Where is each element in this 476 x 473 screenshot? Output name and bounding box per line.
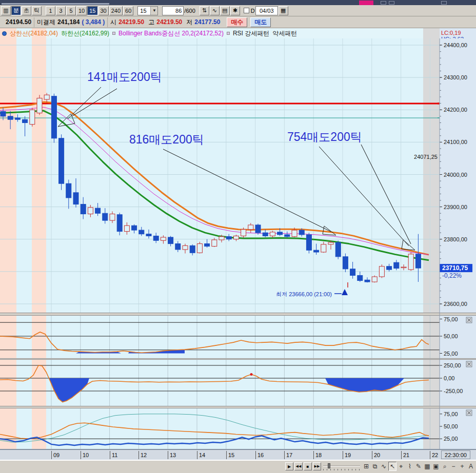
- cursor-icon[interactable]: ↖: [388, 462, 396, 471]
- interval-60-button[interactable]: 60: [123, 6, 133, 15]
- indicator-axis-label: 75,00: [444, 411, 458, 417]
- interval-30-button[interactable]: 30: [98, 6, 109, 15]
- open-interest-change: ( 3,484 ): [82, 18, 105, 26]
- wave-tool-icon[interactable]: ⌇: [406, 462, 414, 471]
- price-axis-label: 23600,00: [444, 301, 467, 307]
- chart-canvas[interactable]: 24400,0024300,0024200,0024100,0024000,00…: [0, 38, 476, 449]
- low-value: 24177.50: [194, 18, 220, 26]
- day-checkbox-label: D: [251, 8, 255, 14]
- bar-max-label: /600: [184, 8, 195, 14]
- stop-button[interactable]: ■: [304, 462, 312, 470]
- chevron-down-icon[interactable]: ▼: [150, 7, 157, 15]
- settings-icon[interactable]: ✱: [230, 6, 240, 15]
- replay-speed-slider[interactable]: [323, 464, 360, 471]
- time-axis: 09 10 11 12 13 14 15 16 17 18 19 20 21 2…: [0, 449, 476, 460]
- price-axis-label: 24300,00: [444, 74, 467, 80]
- interval-3-button[interactable]: 3: [56, 6, 66, 15]
- low-label: 저: [186, 18, 192, 27]
- rewind-button[interactable]: ◀◀: [294, 462, 303, 470]
- hour-tick: 22: [430, 451, 438, 459]
- legend-rsi-bull[interactable]: RSI 강세패턴: [233, 29, 269, 38]
- interval-1-button[interactable]: 1: [46, 6, 55, 15]
- interval-5-button[interactable]: 5: [66, 6, 76, 15]
- hour-tick: 16: [255, 451, 264, 459]
- snapshot-icon[interactable]: ▣: [432, 462, 440, 471]
- legend-bullet-icon: [227, 32, 230, 35]
- bar-count-input[interactable]: 86: [162, 6, 184, 15]
- interval-10-button[interactable]: 10: [76, 6, 87, 15]
- open-interest-cell: 미결제 241,184 ( 3,484 ): [34, 17, 108, 27]
- hour-tick: 17: [284, 451, 292, 459]
- interval-240-button[interactable]: 240: [109, 6, 123, 15]
- interval-select[interactable]: 15 ▼: [137, 6, 158, 15]
- legend-bollinger[interactable]: Bollinger Bands중심선 20,2(24172,52): [118, 29, 224, 38]
- mode-second-button[interactable]: 초: [22, 6, 31, 15]
- session-price-marker: 24071,25: [414, 154, 438, 160]
- chart-type-icon[interactable]: ▥: [1, 6, 11, 15]
- open-value: 24219.50: [118, 18, 144, 26]
- interval-15-button[interactable]: 15: [87, 6, 97, 15]
- hour-tick: 21: [401, 451, 409, 459]
- quote-bar: 24194.50 미결제 241,184 ( 3,484 ) 시 24219.5…: [0, 16, 476, 28]
- price-axis-label: 24100,00: [444, 139, 467, 145]
- trading-chart-window: ▥ 분 초 틱 1 3 5 10 15 30 240 60 15 ▼ 86 /6…: [0, 0, 476, 473]
- mode-minute-button[interactable]: 분: [11, 6, 21, 15]
- indicator-icon[interactable]: [2, 31, 7, 36]
- open-interest-value: 241,184: [57, 18, 80, 26]
- ohl-cell: 시 24219.50 고 24219.50 저 24177.50: [108, 17, 223, 27]
- draw-tool-icon[interactable]: ✎: [414, 462, 423, 471]
- hour-tick: 09: [51, 451, 60, 459]
- highlight-button[interactable]: [359, 1, 373, 5]
- legend-rsi-bear[interactable]: 약세패턴: [272, 29, 297, 38]
- day-checkbox[interactable]: [244, 8, 249, 13]
- fast-forward-button[interactable]: ▶▶: [313, 462, 321, 470]
- indicator-axis-label: 0,00: [444, 375, 454, 381]
- maximize-button[interactable]: [389, 1, 394, 5]
- crosshair-icon[interactable]: ⌖: [397, 462, 405, 471]
- legend-upper-band[interactable]: 상한선(24182,04): [10, 29, 58, 38]
- legend-lower-band[interactable]: 하한선(24162,99): [61, 29, 109, 38]
- cascade-icon[interactable]: ⧉: [371, 462, 379, 471]
- font-icon[interactable]: A: [467, 462, 475, 471]
- indicator-axis-label: 250,00: [444, 362, 461, 368]
- change-percent-label: -0,22%: [442, 272, 462, 279]
- slider-thumb[interactable]: [328, 463, 330, 468]
- zoom-icon[interactable]: ⌕: [441, 462, 449, 471]
- buy-button[interactable]: 매수: [227, 17, 247, 27]
- close-button[interactable]: [441, 1, 447, 5]
- hour-tick: 19: [343, 451, 351, 459]
- current-price-cell: 24194.50: [1, 17, 34, 27]
- erase-icon[interactable]: ▦: [423, 462, 431, 471]
- add-indicator-icon[interactable]: ⇅: [200, 6, 209, 15]
- open-label: 시: [110, 18, 116, 27]
- trendline-icon[interactable]: ∿: [380, 462, 388, 471]
- indicator-legend: 상한선(24182,04) 하한선(24162,99) Bollinger Ba…: [0, 28, 476, 38]
- sell-button[interactable]: 매도: [250, 17, 271, 27]
- legend-bullet-icon: [112, 32, 115, 35]
- hour-tick: 18: [313, 451, 322, 459]
- hour-tick: 13: [168, 451, 176, 459]
- window-title: [2, 3, 109, 5]
- date-input[interactable]: 04/03: [255, 6, 278, 15]
- play-button[interactable]: ▶: [285, 462, 293, 470]
- add-trendline-icon[interactable]: ∿: [210, 6, 220, 15]
- hour-tick: 20: [372, 451, 380, 459]
- zoom-in-icon[interactable]: +: [458, 462, 466, 471]
- indicator-axis-label: -250,00: [444, 388, 463, 394]
- annotation-text[interactable]: 816매도200틱: [129, 133, 204, 146]
- calendar-icon[interactable]: ▦: [279, 6, 288, 15]
- zoom-out-icon[interactable]: −: [449, 462, 458, 471]
- indicator-axis-label: 50,00: [444, 333, 458, 339]
- mode-tick-button[interactable]: 틱: [32, 6, 42, 15]
- save-icon[interactable]: ▤: [220, 6, 230, 15]
- minimize-button[interactable]: [381, 1, 386, 5]
- current-price: 24194.50: [6, 18, 31, 26]
- hour-tick: 11: [110, 451, 117, 459]
- annotation-text[interactable]: 754매도200틱: [287, 130, 362, 143]
- annotation-text[interactable]: 141매도200틱: [87, 70, 162, 84]
- hour-tick: 14: [197, 451, 205, 459]
- hour-tick: 12: [138, 451, 147, 459]
- last-price-label: 23710,75: [442, 264, 468, 272]
- window-add-icon[interactable]: ⊞: [362, 462, 370, 471]
- price-axis-label: 23800,00: [444, 236, 467, 242]
